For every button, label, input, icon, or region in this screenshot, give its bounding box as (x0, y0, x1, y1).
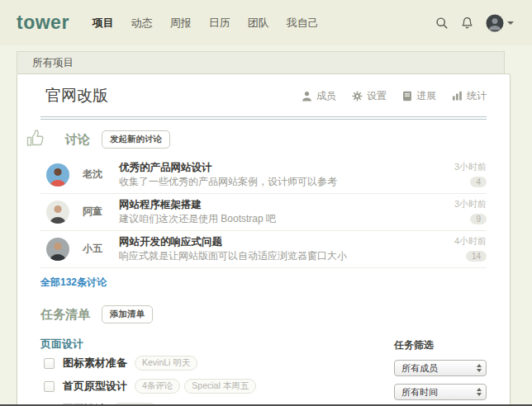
stats-icon (452, 91, 463, 101)
tasks-header: 任务清单 添加清单 (40, 305, 487, 323)
gear-icon (352, 91, 363, 102)
discussion-row[interactable]: 老沈 优秀的产品网站设计 收集了一些优秀的产品网站案例，设计师可以参考 3小时前… (40, 157, 487, 194)
discussions-title: 讨论 (65, 132, 90, 148)
search-icon[interactable] (435, 17, 449, 30)
task-groups: 页面设计 图标素材准备 KevinLi 明天 首页原型设计 4条评论 Speci… (40, 325, 394, 406)
discussion-time: 4小时前 (437, 235, 487, 248)
discussion-author: 小五 (83, 242, 119, 256)
nav-menu: 项目 动态 周报 日历 团队 我自己 (91, 12, 321, 34)
discussion-excerpt: 建议咱们这次还是使用 Bootstrap 吧 (119, 212, 437, 225)
breadcrumb-label: 所有项目 (32, 56, 74, 70)
nav-item-weekly-report[interactable]: 周报 (169, 12, 193, 34)
task-filter-panel: 任务筛选 所有成员 所有时间 (394, 325, 487, 406)
select-stepper-icon (477, 388, 482, 396)
discussion-title: 优秀的产品网站设计 (119, 161, 437, 174)
discussion-row[interactable]: 阿童 网站程序框架搭建 建议咱们这次还是使用 Bootstrap 吧 3小时前 … (40, 194, 487, 231)
task-title[interactable]: 图标素材准备 (63, 356, 127, 371)
discussion-author: 老沈 (83, 168, 119, 182)
discussion-body: 网站开发的响应式问题 响应式就是让网站版面可以自动适应浏览器窗口大小 (119, 235, 437, 262)
comment-count-badge: 4 (470, 177, 487, 187)
project-card: 官网改版 成员 设置 (17, 73, 511, 406)
task-tag: 4条评论 (135, 379, 180, 394)
header-divider (40, 116, 487, 120)
member-filter-value: 所有成员 (401, 362, 477, 375)
tasks-columns: 页面设计 图标素材准备 KevinLi 明天 首页原型设计 4条评论 Speci… (40, 325, 487, 406)
task-title[interactable]: 首页原型设计 (63, 379, 127, 394)
avatar (46, 238, 69, 261)
nav-item-projects[interactable]: 项目 (91, 12, 116, 34)
time-filter-value: 所有时间 (401, 386, 477, 399)
settings-button[interactable]: 设置 (352, 89, 387, 103)
tasks-title: 任务清单 (40, 307, 90, 323)
stats-label: 统计 (467, 89, 487, 103)
nav-right-icons (435, 14, 514, 32)
discussion-time: 3小时前 (437, 161, 487, 173)
bell-icon[interactable] (461, 17, 473, 30)
avatar (46, 201, 69, 224)
top-nav: tower 项目 动态 周报 日历 团队 我自己 (0, 0, 532, 45)
add-list-button[interactable]: 添加清单 (102, 305, 153, 323)
discussion-title: 网站程序框架搭建 (119, 198, 437, 211)
user-avatar (486, 14, 504, 32)
discussion-excerpt: 收集了一些优秀的产品网站案例，设计师可以参考 (119, 175, 437, 188)
breadcrumb[interactable]: 所有项目 (17, 51, 505, 73)
all-discussions-link[interactable]: 全部132条讨论 (40, 276, 107, 290)
task-tag: Special 本周五 (184, 379, 256, 394)
progress-label: 进展 (416, 89, 436, 103)
settings-label: 设置 (367, 89, 387, 103)
discussion-time: 3小时前 (437, 198, 487, 210)
nav-item-calendar[interactable]: 日历 (207, 12, 232, 34)
task-tag: KevinLi 明天 (135, 356, 197, 371)
project-header: 官网改版 成员 设置 (40, 85, 487, 106)
nav-item-team[interactable]: 团队 (246, 12, 271, 34)
discussion-meta: 4小时前 14 (437, 235, 487, 262)
discussion-body: 优秀的产品网站设计 收集了一些优秀的产品网站案例，设计师可以参考 (119, 161, 437, 187)
discussion-body: 网站程序框架搭建 建议咱们这次还是使用 Bootstrap 吧 (119, 198, 437, 224)
page-title: 官网改版 (45, 85, 108, 106)
task-filter-title: 任务筛选 (394, 338, 487, 352)
new-discussion-button[interactable]: 发起新的讨论 (102, 130, 170, 149)
discussion-excerpt: 响应式就是让网站版面可以自动适应浏览器窗口大小 (119, 249, 437, 262)
thumbs-up-icon (26, 129, 45, 151)
discussion-title: 网站开发的响应式问题 (119, 235, 437, 248)
task-row: 图标素材准备 KevinLi 明天 (40, 352, 394, 375)
task-checkbox[interactable] (44, 381, 55, 392)
chevron-down-icon (507, 21, 514, 25)
comment-count-badge: 14 (466, 251, 487, 262)
comment-count-badge: 9 (470, 214, 487, 224)
task-checkbox[interactable] (44, 358, 55, 369)
select-stepper-icon (477, 364, 482, 372)
members-label: 成员 (316, 89, 336, 103)
task-row: 首页原型设计 4条评论 Special 本周五 (40, 375, 394, 398)
nav-item-me[interactable]: 我自己 (285, 12, 321, 34)
discussions-header: 讨论 发起新的讨论 (40, 130, 487, 149)
members-button[interactable]: 成员 (302, 89, 336, 103)
project-actions: 成员 设置 进展 (302, 89, 487, 103)
avatar (46, 163, 69, 186)
discussion-list: 老沈 优秀的产品网站设计 收集了一些优秀的产品网站案例，设计师可以参考 3小时前… (40, 157, 487, 268)
nav-item-activity[interactable]: 动态 (130, 12, 154, 34)
member-icon (302, 91, 312, 102)
member-filter-select[interactable]: 所有成员 (394, 360, 487, 376)
progress-button[interactable]: 进展 (402, 89, 436, 103)
time-filter-select[interactable]: 所有时间 (394, 384, 487, 400)
user-avatar-menu[interactable] (486, 14, 514, 32)
discussion-meta: 3小时前 4 (437, 161, 487, 188)
discussion-author: 阿童 (83, 205, 119, 219)
tower-logo[interactable]: tower (17, 12, 69, 34)
discussion-meta: 3小时前 9 (437, 198, 487, 225)
stats-button[interactable]: 统计 (452, 89, 487, 103)
progress-icon (402, 91, 412, 102)
discussion-row[interactable]: 小五 网站开发的响应式问题 响应式就是让网站版面可以自动适应浏览器窗口大小 4小… (40, 231, 487, 268)
task-group-title: 页面设计 (40, 337, 394, 352)
